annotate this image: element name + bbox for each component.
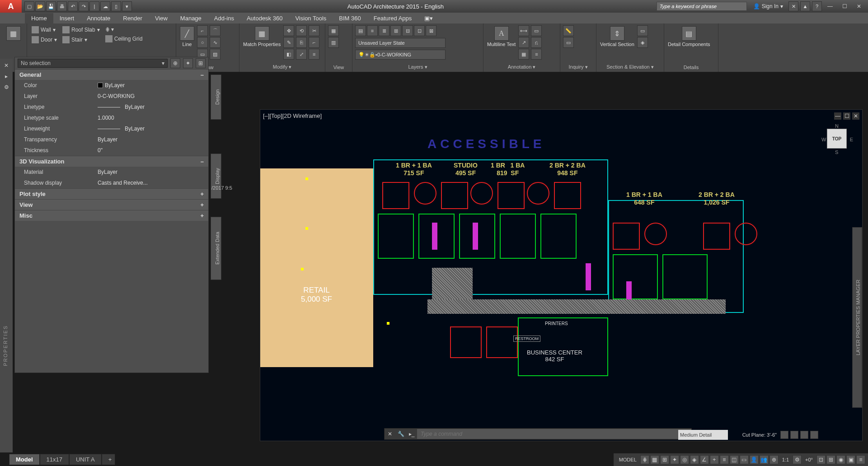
move-icon[interactable]: ✥	[283, 25, 294, 36]
prop-thickness[interactable]: Thickness0"	[15, 145, 208, 156]
layer-current-combo[interactable]: 💡☀🔒▪ 0-C-WORKING	[355, 50, 446, 60]
roofslab-button[interactable]: Roof Slab ▾	[61, 25, 102, 34]
section-3dviz[interactable]: 3D Visualization–	[15, 156, 208, 167]
table-icon[interactable]: ▦	[518, 49, 529, 60]
close-panel-icon[interactable]: ✕	[2, 61, 10, 70]
anno-scale-icon[interactable]: ⚙	[793, 455, 802, 464]
match-properties-button[interactable]: ▦Match Properties	[242, 25, 282, 48]
minimize-icon[interactable]: —	[824, 2, 836, 11]
trim-icon[interactable]: ✂	[309, 25, 319, 36]
gear-icon[interactable]: ⚙	[2, 83, 10, 91]
isolate-toggle-icon[interactable]: ◉	[836, 455, 845, 464]
layer-btn4[interactable]: ⊞	[390, 25, 401, 36]
prop-material[interactable]: MaterialByLayer	[15, 167, 208, 177]
viewport-maximize-icon[interactable]: ☐	[843, 112, 850, 120]
quick-select-icon[interactable]: ⊕	[170, 58, 180, 68]
device-icon[interactable]: ▯	[111, 1, 121, 11]
build-grid-button[interactable]: ▦	[3, 25, 24, 42]
vertical-section-button[interactable]: ⇕Vertical Section	[599, 25, 635, 48]
lwt-toggle-icon[interactable]: ≡	[720, 455, 729, 464]
design-tab-rail[interactable]: Design	[211, 75, 221, 120]
command-close-icon[interactable]: ✕	[385, 429, 395, 439]
tab-unit-a[interactable]: UNIT A	[69, 454, 102, 465]
grid-button[interactable]: ⋕ ▾	[103, 25, 145, 33]
ortho-toggle-icon[interactable]: ⊞	[660, 455, 669, 464]
prop-layer[interactable]: Layer0-C-WORKING	[15, 91, 208, 102]
circle-icon[interactable]: ○	[197, 37, 208, 48]
prop-transparency[interactable]: TransparencyByLayer	[15, 134, 208, 145]
sc-toggle-icon[interactable]: 👤	[750, 455, 759, 464]
section-icon3[interactable]: ◈	[637, 37, 648, 48]
exchange-icon[interactable]: ✕	[788, 1, 798, 11]
viewport-minimize-icon[interactable]: —	[834, 112, 841, 120]
hw-toggle-icon[interactable]: ⊞	[826, 455, 835, 464]
anno-icon3[interactable]: ⎌	[531, 37, 542, 48]
hatch-icon[interactable]: ▨	[210, 49, 221, 60]
prop-lineweight[interactable]: LineweightByLayer	[15, 123, 208, 134]
section-view[interactable]: View+	[15, 199, 208, 210]
viewport-label[interactable]: [–][Top][2D Wireframe]	[263, 112, 322, 119]
rotate-icon[interactable]: ⟲	[296, 25, 307, 36]
section-icon2[interactable]: ▭	[637, 25, 648, 36]
print-icon[interactable]: 🖶	[57, 1, 67, 11]
customize-icon[interactable]: ≡	[856, 455, 865, 464]
undo-icon[interactable]: ↶	[68, 1, 78, 11]
clean-toggle-icon[interactable]: ▣	[846, 455, 855, 464]
selection-combo[interactable]: No selection▾	[18, 59, 168, 68]
ws-toggle-icon[interactable]: ⊡	[816, 455, 826, 464]
section-plotstyle[interactable]: Plot style+	[15, 188, 208, 199]
dyn-toggle-icon[interactable]: +	[710, 455, 719, 464]
app-logo[interactable]: A	[0, 0, 22, 13]
layer-btn7[interactable]: ⊠	[426, 25, 436, 36]
tab-overflow-icon[interactable]: ▣▾	[418, 13, 439, 23]
help-icon[interactable]: ?	[812, 1, 822, 11]
display-tab-rail[interactable]: Display	[211, 154, 221, 199]
view-btn2[interactable]: ▥	[328, 37, 339, 48]
tab-model[interactable]: Model	[9, 454, 40, 465]
anno-icon4[interactable]: ≡	[531, 49, 542, 60]
panel-annotation-label[interactable]: Annotation ▾	[486, 63, 557, 70]
layer-btn6[interactable]: ⊡	[414, 25, 425, 36]
snap-toggle-icon[interactable]: ▦	[650, 455, 659, 464]
command-wrench-icon[interactable]: 🔧	[395, 429, 406, 439]
cutplane-icon5[interactable]	[810, 431, 818, 439]
tab-11x17[interactable]: 11x17	[40, 454, 69, 465]
dim-icon[interactable]: ⟷	[518, 25, 529, 36]
cloud-icon[interactable]: ☁	[100, 1, 110, 11]
section-misc[interactable]: Misc+	[15, 210, 208, 221]
section-general[interactable]: General–	[15, 69, 208, 80]
mirror-icon[interactable]: ◧	[283, 49, 294, 60]
detail-components-button[interactable]: ▤Detail Components	[667, 25, 711, 48]
3dosnap-toggle-icon[interactable]: ◈	[690, 455, 699, 464]
transparency-toggle-icon[interactable]: ◫	[730, 455, 739, 464]
grid-toggle-icon[interactable]: ⋕	[640, 455, 649, 464]
sc3-toggle-icon[interactable]: ⊕	[769, 455, 779, 464]
osnap-toggle-icon[interactable]: ◎	[680, 455, 689, 464]
tab-render[interactable]: Render	[117, 13, 149, 23]
measure-icon[interactable]: 📏	[563, 25, 574, 36]
detail-level-combo[interactable]: Medium Detail	[678, 430, 728, 440]
tab-visiontools[interactable]: Vision Tools	[289, 13, 333, 23]
panel-layers-label[interactable]: Layers ▾	[355, 63, 480, 70]
a360-icon[interactable]: ▲	[800, 1, 810, 11]
copy-icon[interactable]: ⎘	[296, 37, 307, 48]
viewport-close-icon[interactable]: ✕	[852, 112, 859, 120]
qp-toggle-icon[interactable]: ▭	[740, 455, 749, 464]
panel-section-label[interactable]: Section & Elevation ▾	[599, 63, 661, 70]
tab-insert[interactable]: Insert	[53, 13, 81, 23]
line-button[interactable]: ╱Line	[179, 25, 195, 48]
prop-shadow[interactable]: Shadow displayCasts and Receive...	[15, 177, 208, 188]
spline-icon[interactable]: ∿	[210, 37, 221, 48]
tab-home[interactable]: Home	[25, 13, 53, 23]
pin-icon[interactable]: ▸	[2, 72, 10, 80]
panel-inquiry-label[interactable]: Inquiry ▾	[563, 63, 593, 70]
signin-button[interactable]: 👤 Sign In ▾	[750, 3, 787, 9]
new-icon[interactable]: ▢	[24, 1, 34, 11]
select-objects-icon[interactable]: ✦	[183, 58, 193, 68]
layer-btn2[interactable]: ≡	[367, 25, 378, 36]
qat-more-icon[interactable]: ▾	[122, 1, 132, 11]
save-icon[interactable]: 💾	[46, 1, 56, 11]
help-search-input[interactable]: Type a keyword or phrase	[657, 2, 747, 11]
viewcube-s[interactable]: S	[835, 149, 838, 155]
command-input[interactable]	[417, 429, 691, 439]
